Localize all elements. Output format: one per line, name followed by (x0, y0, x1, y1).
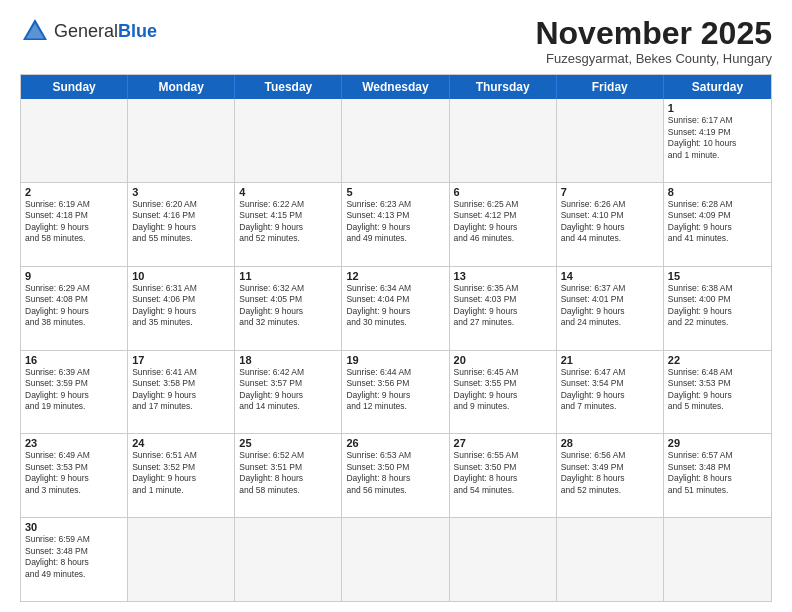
day-number: 7 (561, 186, 659, 198)
day-number: 24 (132, 437, 230, 449)
cal-cell (342, 518, 449, 601)
cal-cell (557, 518, 664, 601)
cal-cell: 7Sunrise: 6:26 AM Sunset: 4:10 PM Daylig… (557, 183, 664, 266)
calendar-row-2: 9Sunrise: 6:29 AM Sunset: 4:08 PM Daylig… (21, 266, 771, 350)
cal-cell: 9Sunrise: 6:29 AM Sunset: 4:08 PM Daylig… (21, 267, 128, 350)
cal-cell: 23Sunrise: 6:49 AM Sunset: 3:53 PM Dayli… (21, 434, 128, 517)
cal-cell: 6Sunrise: 6:25 AM Sunset: 4:12 PM Daylig… (450, 183, 557, 266)
weekday-header-thursday: Thursday (450, 75, 557, 99)
day-info: Sunrise: 6:47 AM Sunset: 3:54 PM Dayligh… (561, 367, 659, 413)
cal-cell: 4Sunrise: 6:22 AM Sunset: 4:15 PM Daylig… (235, 183, 342, 266)
day-info: Sunrise: 6:41 AM Sunset: 3:58 PM Dayligh… (132, 367, 230, 413)
cal-cell (128, 99, 235, 182)
cal-cell: 21Sunrise: 6:47 AM Sunset: 3:54 PM Dayli… (557, 351, 664, 434)
weekday-header-monday: Monday (128, 75, 235, 99)
day-info: Sunrise: 6:52 AM Sunset: 3:51 PM Dayligh… (239, 450, 337, 496)
day-number: 5 (346, 186, 444, 198)
title-block: November 2025 Fuzesgyarmat, Bekes County… (535, 16, 772, 66)
day-info: Sunrise: 6:31 AM Sunset: 4:06 PM Dayligh… (132, 283, 230, 329)
header: GeneralBlue November 2025 Fuzesgyarmat, … (20, 16, 772, 66)
day-number: 29 (668, 437, 767, 449)
cal-cell: 20Sunrise: 6:45 AM Sunset: 3:55 PM Dayli… (450, 351, 557, 434)
day-info: Sunrise: 6:32 AM Sunset: 4:05 PM Dayligh… (239, 283, 337, 329)
day-info: Sunrise: 6:57 AM Sunset: 3:48 PM Dayligh… (668, 450, 767, 496)
cal-cell: 12Sunrise: 6:34 AM Sunset: 4:04 PM Dayli… (342, 267, 449, 350)
day-info: Sunrise: 6:53 AM Sunset: 3:50 PM Dayligh… (346, 450, 444, 496)
cal-cell: 10Sunrise: 6:31 AM Sunset: 4:06 PM Dayli… (128, 267, 235, 350)
cal-cell: 25Sunrise: 6:52 AM Sunset: 3:51 PM Dayli… (235, 434, 342, 517)
day-info: Sunrise: 6:42 AM Sunset: 3:57 PM Dayligh… (239, 367, 337, 413)
day-info: Sunrise: 6:35 AM Sunset: 4:03 PM Dayligh… (454, 283, 552, 329)
cal-cell: 13Sunrise: 6:35 AM Sunset: 4:03 PM Dayli… (450, 267, 557, 350)
day-info: Sunrise: 6:22 AM Sunset: 4:15 PM Dayligh… (239, 199, 337, 245)
cal-cell: 2Sunrise: 6:19 AM Sunset: 4:18 PM Daylig… (21, 183, 128, 266)
cal-cell: 19Sunrise: 6:44 AM Sunset: 3:56 PM Dayli… (342, 351, 449, 434)
day-number: 9 (25, 270, 123, 282)
day-number: 12 (346, 270, 444, 282)
calendar: SundayMondayTuesdayWednesdayThursdayFrid… (20, 74, 772, 602)
day-number: 13 (454, 270, 552, 282)
day-number: 1 (668, 102, 767, 114)
day-number: 23 (25, 437, 123, 449)
cal-cell (557, 99, 664, 182)
cal-cell: 17Sunrise: 6:41 AM Sunset: 3:58 PM Dayli… (128, 351, 235, 434)
day-info: Sunrise: 6:25 AM Sunset: 4:12 PM Dayligh… (454, 199, 552, 245)
cal-cell: 22Sunrise: 6:48 AM Sunset: 3:53 PM Dayli… (664, 351, 771, 434)
day-info: Sunrise: 6:26 AM Sunset: 4:10 PM Dayligh… (561, 199, 659, 245)
day-number: 10 (132, 270, 230, 282)
day-info: Sunrise: 6:23 AM Sunset: 4:13 PM Dayligh… (346, 199, 444, 245)
cal-cell: 28Sunrise: 6:56 AM Sunset: 3:49 PM Dayli… (557, 434, 664, 517)
weekday-header-saturday: Saturday (664, 75, 771, 99)
day-number: 3 (132, 186, 230, 198)
weekday-header-friday: Friday (557, 75, 664, 99)
logo-general: General (54, 21, 118, 41)
day-number: 25 (239, 437, 337, 449)
day-number: 4 (239, 186, 337, 198)
logo: GeneralBlue (20, 16, 157, 46)
day-info: Sunrise: 6:37 AM Sunset: 4:01 PM Dayligh… (561, 283, 659, 329)
day-number: 8 (668, 186, 767, 198)
cal-cell (21, 99, 128, 182)
calendar-row-0: 1Sunrise: 6:17 AM Sunset: 4:19 PM Daylig… (21, 99, 771, 182)
day-number: 30 (25, 521, 123, 533)
day-number: 27 (454, 437, 552, 449)
day-info: Sunrise: 6:38 AM Sunset: 4:00 PM Dayligh… (668, 283, 767, 329)
calendar-body: 1Sunrise: 6:17 AM Sunset: 4:19 PM Daylig… (21, 99, 771, 601)
cal-cell: 11Sunrise: 6:32 AM Sunset: 4:05 PM Dayli… (235, 267, 342, 350)
day-info: Sunrise: 6:39 AM Sunset: 3:59 PM Dayligh… (25, 367, 123, 413)
weekday-header-wednesday: Wednesday (342, 75, 449, 99)
day-number: 28 (561, 437, 659, 449)
calendar-header: SundayMondayTuesdayWednesdayThursdayFrid… (21, 75, 771, 99)
cal-cell: 30Sunrise: 6:59 AM Sunset: 3:48 PM Dayli… (21, 518, 128, 601)
cal-cell: 8Sunrise: 6:28 AM Sunset: 4:09 PM Daylig… (664, 183, 771, 266)
cal-cell: 3Sunrise: 6:20 AM Sunset: 4:16 PM Daylig… (128, 183, 235, 266)
cal-cell: 1Sunrise: 6:17 AM Sunset: 4:19 PM Daylig… (664, 99, 771, 182)
day-number: 11 (239, 270, 337, 282)
logo-icon (20, 16, 50, 46)
day-number: 19 (346, 354, 444, 366)
cal-cell (235, 99, 342, 182)
cal-cell: 27Sunrise: 6:55 AM Sunset: 3:50 PM Dayli… (450, 434, 557, 517)
day-info: Sunrise: 6:28 AM Sunset: 4:09 PM Dayligh… (668, 199, 767, 245)
day-number: 21 (561, 354, 659, 366)
day-info: Sunrise: 6:45 AM Sunset: 3:55 PM Dayligh… (454, 367, 552, 413)
weekday-header-tuesday: Tuesday (235, 75, 342, 99)
calendar-row-3: 16Sunrise: 6:39 AM Sunset: 3:59 PM Dayli… (21, 350, 771, 434)
day-info: Sunrise: 6:34 AM Sunset: 4:04 PM Dayligh… (346, 283, 444, 329)
day-info: Sunrise: 6:59 AM Sunset: 3:48 PM Dayligh… (25, 534, 123, 580)
day-number: 15 (668, 270, 767, 282)
cal-cell: 26Sunrise: 6:53 AM Sunset: 3:50 PM Dayli… (342, 434, 449, 517)
cal-cell: 29Sunrise: 6:57 AM Sunset: 3:48 PM Dayli… (664, 434, 771, 517)
cal-cell: 24Sunrise: 6:51 AM Sunset: 3:52 PM Dayli… (128, 434, 235, 517)
day-info: Sunrise: 6:17 AM Sunset: 4:19 PM Dayligh… (668, 115, 767, 161)
calendar-row-4: 23Sunrise: 6:49 AM Sunset: 3:53 PM Dayli… (21, 433, 771, 517)
cal-cell: 18Sunrise: 6:42 AM Sunset: 3:57 PM Dayli… (235, 351, 342, 434)
day-number: 17 (132, 354, 230, 366)
day-number: 22 (668, 354, 767, 366)
cal-cell (450, 518, 557, 601)
cal-cell: 16Sunrise: 6:39 AM Sunset: 3:59 PM Dayli… (21, 351, 128, 434)
weekday-header-sunday: Sunday (21, 75, 128, 99)
day-info: Sunrise: 6:55 AM Sunset: 3:50 PM Dayligh… (454, 450, 552, 496)
cal-cell (450, 99, 557, 182)
calendar-row-1: 2Sunrise: 6:19 AM Sunset: 4:18 PM Daylig… (21, 182, 771, 266)
